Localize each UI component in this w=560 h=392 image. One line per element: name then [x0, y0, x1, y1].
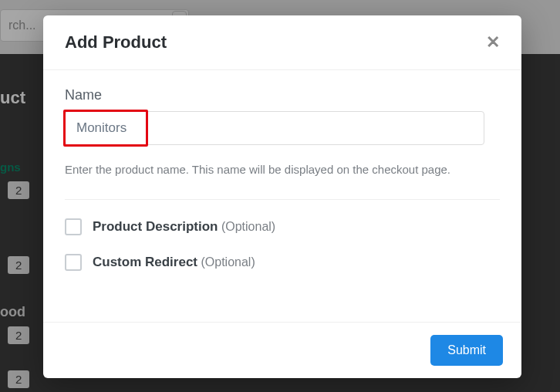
modal-body: Name Enter the product name. This name w… — [43, 70, 521, 322]
custom-redirect-label-wrap: Custom Redirect (Optional) — [93, 255, 255, 270]
product-description-label: Product Description — [93, 219, 218, 234]
custom-redirect-label: Custom Redirect — [93, 255, 197, 269]
close-button[interactable]: ✕ — [486, 34, 500, 51]
modal-header: Add Product ✕ — [43, 15, 521, 70]
name-help-text: Enter the product name. This name will b… — [65, 161, 466, 179]
custom-redirect-suffix: (Optional) — [201, 255, 255, 269]
custom-redirect-checkbox[interactable] — [65, 254, 82, 271]
name-input-wrap — [65, 111, 484, 145]
add-product-modal: Add Product ✕ Name Enter the product nam… — [43, 15, 521, 378]
modal-footer: Submit — [43, 322, 521, 378]
product-description-suffix: (Optional) — [221, 220, 275, 233]
product-description-label-wrap: Product Description (Optional) — [93, 219, 275, 235]
divider — [65, 199, 500, 200]
custom-redirect-row[interactable]: Custom Redirect (Optional) — [65, 254, 500, 271]
name-label: Name — [65, 87, 500, 103]
product-description-checkbox[interactable] — [65, 218, 82, 235]
product-description-row[interactable]: Product Description (Optional) — [65, 218, 500, 235]
modal-title: Add Product — [65, 32, 167, 52]
submit-button[interactable]: Submit — [430, 335, 503, 366]
name-input[interactable] — [65, 111, 484, 145]
